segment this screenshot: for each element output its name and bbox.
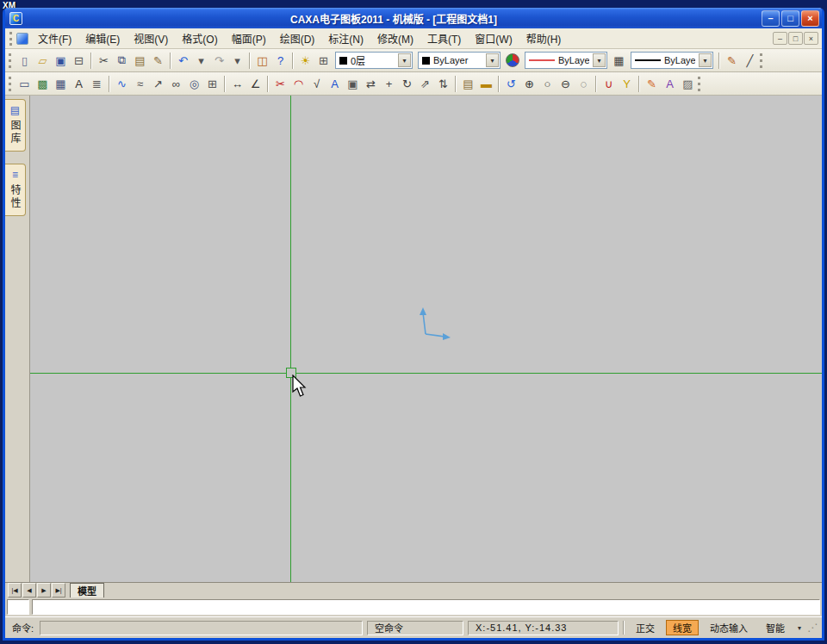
cut-icon[interactable]: ✂ xyxy=(95,52,113,70)
menu-dimension[interactable]: 标注(N) xyxy=(321,28,370,48)
dropdown-arrow-icon[interactable]: ▾ xyxy=(699,53,712,67)
dropdown-arrow-icon[interactable]: ▾ xyxy=(593,53,606,67)
mdi-restore-button[interactable]: □ xyxy=(788,32,803,45)
titlebar[interactable]: C CAXA电子图板2011 - 机械版 - [工程图文档1] –□× xyxy=(5,8,822,28)
move-tool-icon[interactable]: + xyxy=(380,75,398,93)
regen-icon[interactable]: ↺ xyxy=(502,75,520,93)
zoom-in-icon[interactable]: ⊕ xyxy=(520,75,538,93)
dropdown-arrow-icon[interactable]: ▾ xyxy=(486,53,499,67)
erase-icon[interactable]: ▨ xyxy=(679,75,697,93)
command-input[interactable] xyxy=(32,599,820,615)
layer-combo[interactable]: 0层 ▾ xyxy=(335,52,413,69)
text-tool-icon[interactable]: A xyxy=(70,75,88,93)
dim-linear-icon[interactable]: ↔ xyxy=(228,75,246,93)
save-icon[interactable]: ▣ xyxy=(52,52,70,70)
dropdown-arrow-icon[interactable]: ▾ xyxy=(398,53,411,67)
mirror-tool-icon[interactable]: ⇅ xyxy=(434,75,452,93)
rotate-tool-icon[interactable]: ↻ xyxy=(398,75,416,93)
dim-angle-icon[interactable]: ∠ xyxy=(246,75,264,93)
menu-draw[interactable]: 绘图(D) xyxy=(273,28,322,48)
text-edit-icon[interactable]: A xyxy=(326,75,344,93)
model-tab[interactable]: 模型 xyxy=(70,583,104,598)
close-button[interactable]: × xyxy=(801,10,819,27)
toolbar-overflow-grip[interactable] xyxy=(698,77,701,91)
undo-dropdown-icon[interactable]: ▾ xyxy=(192,52,210,70)
dynamic-input-toggle[interactable]: 动态输入 xyxy=(703,620,755,635)
menu-window[interactable]: 窗口(W) xyxy=(468,28,519,48)
sheet-print-icon[interactable]: ⊞ xyxy=(203,75,221,93)
undo-icon[interactable]: ↶ xyxy=(174,52,192,70)
zoom-window-icon[interactable]: ○ xyxy=(538,75,557,93)
menu-edit[interactable]: 编辑(E) xyxy=(78,28,127,48)
stretch-tool-icon[interactable]: ⇄ xyxy=(362,75,380,93)
fillet-tool-icon[interactable]: ◠ xyxy=(289,75,308,93)
sketch-pencil-icon[interactable]: ✎ xyxy=(723,52,741,70)
print-icon[interactable]: ⊟ xyxy=(70,52,88,70)
first-tab-button[interactable]: |◀ xyxy=(8,583,22,598)
redo-icon[interactable]: ↷ xyxy=(210,52,228,70)
smart-snap-toggle[interactable]: 智能 xyxy=(759,620,792,635)
menu-modify[interactable]: 修改(M) xyxy=(370,28,420,48)
redo-dropdown-icon[interactable]: ▾ xyxy=(228,52,246,70)
frame-settings-icon[interactable]: ◫ xyxy=(253,52,271,70)
mdi-minimize-button[interactable]: – xyxy=(773,32,787,45)
maximize-button[interactable]: □ xyxy=(781,10,799,27)
leader-tool-icon[interactable]: ↗ xyxy=(149,75,167,93)
drawing-canvas[interactable] xyxy=(29,96,822,582)
document-icon[interactable] xyxy=(16,33,28,45)
last-tab-button[interactable]: ▶| xyxy=(52,583,65,598)
command-prompt-field[interactable] xyxy=(40,621,363,635)
copy-icon[interactable]: ⧉ xyxy=(113,52,131,70)
pan-icon[interactable]: ◌ xyxy=(575,75,593,93)
menu-tools[interactable]: 工具(T) xyxy=(420,28,468,48)
ortho-toggle[interactable]: 正交 xyxy=(629,620,662,635)
layer-toggle-icon[interactable]: ☀ xyxy=(296,52,314,70)
verify-tool-icon[interactable]: √ xyxy=(308,75,326,93)
menu-sheet[interactable]: 幅面(P) xyxy=(225,28,273,48)
ruler-icon[interactable]: ▬ xyxy=(477,75,495,93)
resize-grip-icon[interactable]: ⋰ xyxy=(807,622,818,634)
toolbar-overflow-grip[interactable] xyxy=(760,53,763,68)
menubar-grip[interactable] xyxy=(9,32,13,46)
table-tool-icon[interactable]: ▦ xyxy=(52,75,70,93)
mdi-close-button[interactable]: × xyxy=(804,32,818,45)
next-tab-button[interactable]: ▶ xyxy=(37,583,51,598)
inspect-tool-icon[interactable]: ◎ xyxy=(185,75,203,93)
text-style-icon[interactable]: A xyxy=(661,75,679,93)
menu-help[interactable]: 帮助(H) xyxy=(519,28,569,48)
help-icon[interactable]: ? xyxy=(271,52,289,70)
scale-tool-icon[interactable]: ⇗ xyxy=(416,75,434,93)
linewidth-combo[interactable]: ByLayer ▾ xyxy=(631,52,713,69)
zoom-out-icon[interactable]: ⊖ xyxy=(557,75,575,93)
snap-magnet-icon[interactable]: ∪ xyxy=(600,75,618,93)
spline-tool-icon[interactable]: ∿ xyxy=(113,75,131,93)
paste-icon[interactable]: ▤ xyxy=(131,52,149,70)
block-tool-icon[interactable]: ≣ xyxy=(88,75,106,93)
statusbar-overflow-icon[interactable]: ▾ xyxy=(796,624,803,632)
break-line-icon[interactable]: ≈ xyxy=(131,75,149,93)
linetype-manager-icon[interactable]: ▦ xyxy=(610,52,628,70)
image-tool-icon[interactable]: ▩ xyxy=(34,75,52,93)
open-file-icon[interactable]: ▱ xyxy=(34,52,52,70)
linetype-combo[interactable]: ByLayer ▾ xyxy=(525,52,607,69)
sidebar-tab-library[interactable]: ▤ 图库 xyxy=(5,99,26,152)
format-brush-icon[interactable]: ✎ xyxy=(149,52,167,70)
toolbar-grip[interactable] xyxy=(9,77,12,91)
trim-tool-icon[interactable]: ✂ xyxy=(271,75,289,93)
menu-file[interactable]: 文件(F) xyxy=(31,28,78,48)
link-tool-icon[interactable]: ∞ xyxy=(167,75,185,93)
minimize-button[interactable]: – xyxy=(762,10,780,27)
notes-icon[interactable]: ▤ xyxy=(459,75,477,93)
raster-tool-icon[interactable]: ▣ xyxy=(344,75,362,93)
snap-node-icon[interactable]: Y xyxy=(618,75,636,93)
toolbar-grip[interactable] xyxy=(9,53,12,68)
menu-view[interactable]: 视图(V) xyxy=(127,28,175,48)
prev-tab-button[interactable]: ◀ xyxy=(22,583,36,598)
color-palette-icon[interactable] xyxy=(506,53,519,67)
sidebar-tab-properties[interactable]: ≡ 特性 xyxy=(5,164,26,216)
menu-format[interactable]: 格式(O) xyxy=(175,28,224,48)
pen-style-icon[interactable]: ✎ xyxy=(643,75,661,93)
layer-print-icon[interactable]: ⊞ xyxy=(314,52,333,70)
new-file-icon[interactable]: ▯ xyxy=(16,52,34,70)
color-combo[interactable]: ByLayer ▾ xyxy=(418,52,501,69)
